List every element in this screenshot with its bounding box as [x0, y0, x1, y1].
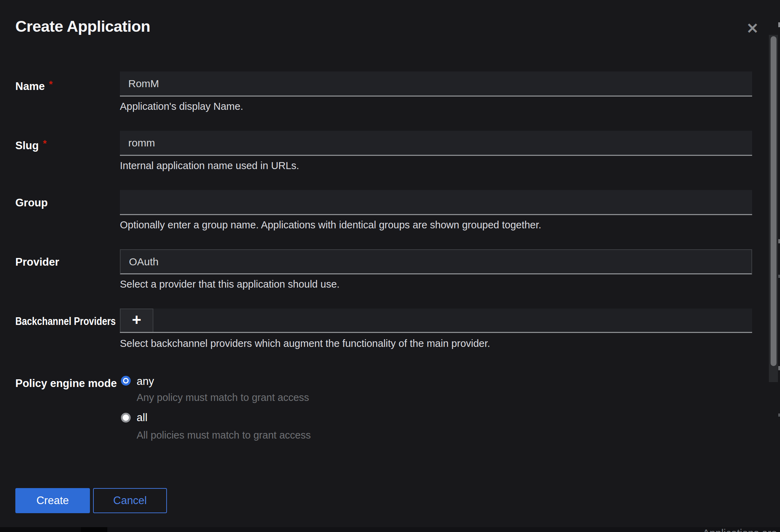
slug-field-label: Slug* [15, 137, 47, 151]
cancel-button[interactable]: Cancel [93, 488, 167, 513]
name-help-text: Application's display Name. [120, 101, 752, 112]
slug-help-text: Internal application name used in URLs. [120, 160, 752, 172]
backchannel-help-text: Select backchannel providers which augme… [120, 338, 752, 349]
underlying-page-sliver: Applications are [0, 527, 780, 532]
edge-artifact [778, 366, 780, 370]
edge-artifact [778, 239, 780, 243]
create-application-modal: Create Application ✕ Name* Application's… [0, 0, 780, 532]
backchannel-field-label: Backchannel Providers [15, 314, 116, 328]
backchannel-providers-field: + [120, 309, 752, 333]
radio-any[interactable] [121, 376, 131, 386]
scrollbar-track[interactable] [769, 35, 778, 382]
group-field-label: Group [15, 196, 48, 210]
clipped-background-text: Applications are [703, 527, 777, 532]
edge-artifact [778, 275, 780, 278]
provider-select[interactable]: OAuth [120, 249, 752, 274]
required-asterisk: * [43, 138, 47, 149]
label-text: Name [15, 80, 45, 92]
group-input[interactable] [120, 190, 752, 215]
label-text: Policy engine mode [15, 377, 117, 389]
required-asterisk: * [49, 79, 53, 90]
provider-field-label: Provider [15, 255, 59, 269]
page-title: Create Application [15, 17, 150, 36]
radio-all[interactable] [121, 413, 131, 423]
band-segment [81, 527, 107, 532]
scrollbar-thumb[interactable] [771, 36, 777, 366]
label-text: Backchannel Providers [15, 315, 116, 327]
group-help-text: Optionally enter a group name. Applicati… [120, 219, 752, 231]
label-text: Provider [15, 256, 59, 268]
radio-any-label[interactable]: any [137, 375, 154, 388]
close-icon[interactable]: ✕ [742, 18, 763, 38]
radio-all-description: All policies must match to grant access [137, 429, 311, 441]
label-text: Group [15, 197, 48, 209]
name-field-label: Name* [15, 77, 53, 91]
slug-input[interactable] [120, 131, 752, 156]
plus-icon: + [132, 310, 142, 329]
name-input[interactable] [120, 71, 752, 97]
edge-artifact [778, 22, 780, 27]
band-segment [0, 527, 81, 532]
provider-help-text: Select a provider that this application … [120, 279, 752, 290]
radio-any-description: Any policy must match to grant access [137, 392, 309, 403]
radio-all-label[interactable]: all [137, 411, 147, 424]
edge-artifact [778, 413, 780, 417]
add-provider-button[interactable]: + [120, 309, 153, 332]
create-button[interactable]: Create [15, 488, 90, 513]
label-text: Slug [15, 139, 39, 152]
policy-engine-mode-label: Policy engine mode* [15, 374, 125, 388]
